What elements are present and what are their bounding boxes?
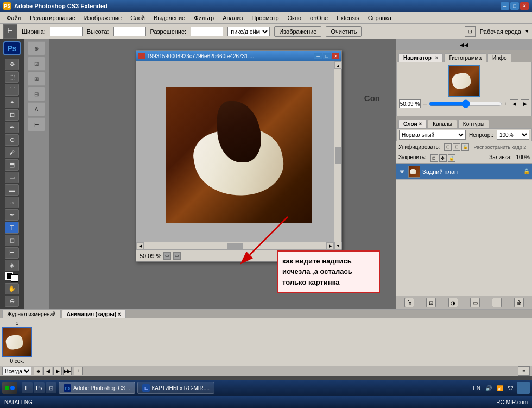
menu-file[interactable]: Файл [2, 14, 26, 22]
taskbar-kartiny[interactable]: IE КАРТИНЫ « RC-MIR.... [137, 382, 214, 394]
start-button[interactable] [2, 382, 17, 394]
layers-fx-btn[interactable]: fx [404, 298, 414, 307]
menu-layer[interactable]: Слой [126, 14, 149, 22]
tool-measure[interactable]: ⊢ [5, 247, 19, 259]
menu-image[interactable]: Изображение [80, 14, 126, 22]
tab-layers[interactable]: Слои × [398, 120, 427, 128]
tray-lang[interactable]: EN [471, 384, 482, 392]
tab-journal[interactable]: Журнал измерений [2, 310, 61, 318]
scroll-up-btn[interactable]: ▲ [334, 61, 342, 69]
unify-btn-2[interactable]: ⊞ [453, 143, 460, 151]
nav-arrow-left[interactable]: ◀ [510, 99, 518, 108]
menu-filter[interactable]: Фильтр [189, 14, 218, 22]
tool-crop[interactable]: ⊡ [5, 109, 19, 121]
tool-eraser[interactable]: ▭ [5, 172, 19, 183]
close-button[interactable]: ✕ [520, 2, 529, 10]
tool-brush[interactable]: 🖌 [5, 147, 19, 158]
layer-item-bg[interactable]: 👁 Задний план 🔒 [396, 164, 532, 180]
tab-navigator-close[interactable]: × [435, 55, 439, 61]
scroll-left-btn[interactable]: ◀ [136, 242, 144, 250]
width-input[interactable] [50, 27, 83, 36]
anim-prev-btn[interactable]: ◀ [43, 367, 52, 375]
height-input[interactable] [113, 27, 146, 36]
frame-thumbnail[interactable] [2, 327, 32, 357]
image-button[interactable]: Изображение [274, 26, 321, 37]
tool-heal[interactable]: ⊕ [5, 134, 19, 146]
menu-onone[interactable]: onOne [306, 14, 332, 22]
layers-mode-select[interactable]: Нормальный [399, 130, 466, 140]
resolution-input[interactable] [191, 27, 223, 36]
tool-eyedropper[interactable]: ✒ [5, 122, 19, 133]
anim-new-frame-btn[interactable]: + [74, 367, 83, 375]
lock-btn-1[interactable]: ⊡ [430, 154, 438, 162]
doc-close-btn[interactable]: ✕ [332, 53, 339, 59]
tool-stamp[interactable]: ⬒ [5, 159, 19, 171]
clear-button[interactable]: Очистить [326, 26, 362, 37]
resolution-unit-select[interactable]: пикс/дюйм [227, 27, 270, 36]
zoom-value-input[interactable] [399, 99, 421, 108]
menu-analysis[interactable]: Анализ [218, 14, 247, 22]
doc-status-icon1[interactable]: ▭ [163, 252, 171, 260]
unify-btn-1[interactable]: ⊡ [444, 143, 452, 151]
loop-select[interactable]: Всегда [2, 367, 31, 375]
tool-marquee[interactable]: ⬚ [5, 71, 19, 83]
tool-zoom[interactable]: ⊕ [5, 296, 19, 307]
scrollbar-vertical[interactable]: ▲ ▼ [334, 61, 341, 249]
layers-mask-btn[interactable]: ⊡ [426, 298, 436, 307]
menu-edit[interactable]: Редактирование [26, 14, 80, 22]
doc-status-icon2[interactable]: ▭ [173, 252, 181, 260]
scrollbar-horizontal[interactable]: ◀ ▶ [136, 242, 334, 249]
animation-menu-btn[interactable]: ≡ [518, 366, 530, 376]
layers-delete-btn[interactable]: 🗑 [514, 298, 524, 307]
layer-visibility-toggle[interactable]: 👁 [398, 168, 406, 175]
menu-window[interactable]: Окно [283, 14, 306, 22]
menu-extras[interactable]: Extensis [332, 14, 364, 22]
layers-group-btn[interactable]: ▭ [470, 298, 480, 307]
tab-paths[interactable]: Контуры [458, 120, 489, 128]
unify-btn-3[interactable]: 🔒 [461, 143, 469, 151]
anim-first-btn[interactable]: ⏮ [34, 367, 42, 375]
tool-text[interactable]: T [5, 222, 19, 233]
maximize-button[interactable]: □ [510, 2, 519, 10]
panel-collapse-btn[interactable]: ◀◀ [396, 39, 532, 50]
tray-network-icon[interactable]: 📶 [495, 384, 505, 392]
menu-help[interactable]: Справка [364, 14, 396, 22]
tool-shape[interactable]: ◻ [5, 235, 19, 246]
tool-move[interactable]: ✥ [5, 59, 19, 70]
tab-info[interactable]: Инфо [487, 53, 512, 62]
tab-animation[interactable]: Анимация (кадры) × [62, 310, 126, 318]
doc-maximize-btn[interactable]: □ [323, 53, 331, 59]
menu-view[interactable]: Просмотр [247, 14, 283, 22]
tool-3d[interactable]: ◈ [5, 260, 19, 271]
lock-btn-3[interactable]: 🔒 [448, 154, 455, 162]
quick-launch-ps[interactable]: Ps [34, 382, 45, 393]
menu-select[interactable]: Выделение [149, 14, 189, 22]
tab-navigator[interactable]: Навигатор × [398, 53, 443, 62]
minimize-button[interactable]: ─ [501, 2, 509, 10]
quick-launch-3[interactable]: ⊡ [46, 382, 56, 393]
side-btn-5[interactable]: A [28, 102, 45, 116]
scroll-right-btn[interactable]: ▶ [326, 242, 334, 250]
zoom-slider[interactable] [429, 99, 502, 108]
tool-hand[interactable]: ✋ [5, 283, 19, 294]
doc-minimize-btn[interactable]: ─ [314, 53, 322, 59]
layers-adj-btn[interactable]: ◑ [448, 298, 458, 307]
workspace-arrow[interactable]: ▾ [525, 28, 529, 35]
quick-launch-ie[interactable]: IE [22, 382, 33, 393]
nav-arrow-right[interactable]: ▶ [521, 99, 529, 108]
tab-histogram[interactable]: Гистограмма [444, 53, 486, 62]
anim-next-btn[interactable]: ▶▶ [63, 367, 72, 375]
tool-dodge[interactable]: ○ [5, 197, 19, 208]
tab-channels[interactable]: Каналы [428, 120, 457, 128]
tray-sound-icon[interactable]: 🔊 [484, 384, 493, 392]
lock-btn-2[interactable]: ✥ [439, 154, 447, 162]
tool-pen[interactable]: ✒ [5, 209, 19, 221]
anim-play-btn[interactable]: ▶ [53, 367, 62, 375]
layers-opacity-select[interactable]: 100% [497, 130, 529, 140]
taskbar-photoshop[interactable]: Ps Adobe Photoshop CS... [59, 382, 135, 394]
side-btn-2[interactable]: ⊡ [28, 57, 45, 71]
side-btn-3[interactable]: ⊞ [28, 72, 45, 86]
layers-new-btn[interactable]: + [492, 298, 502, 307]
scroll-down-btn[interactable]: ▼ [334, 242, 342, 249]
tool-gradient[interactable]: ▬ [5, 184, 19, 196]
